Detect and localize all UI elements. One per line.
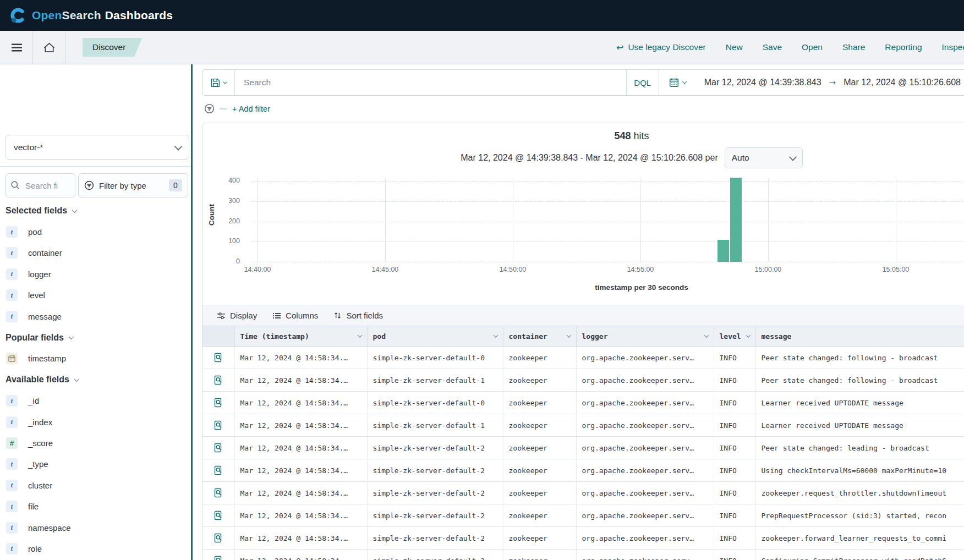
column-header-pod[interactable]: pod	[367, 326, 503, 347]
cell-message: Peer state changed: leading - broadcast	[755, 437, 964, 459]
x-axis-title: timestamp per 30 seconds	[251, 283, 964, 292]
x-tick-label: 14:50:00	[488, 266, 538, 273]
field-item-_score[interactable]: #_score	[0, 432, 193, 453]
open-button[interactable]: Open	[802, 42, 823, 52]
home-button[interactable]	[40, 36, 58, 58]
y-gridline	[251, 262, 964, 262]
sort-chevron-icon[interactable]	[704, 333, 708, 337]
reporting-button[interactable]: Reporting	[885, 42, 922, 52]
date-picker-button[interactable]	[659, 70, 697, 95]
date-field-icon	[6, 353, 18, 364]
cell-container: zookeeper	[503, 527, 576, 550]
field-item-logger[interactable]: tlogger	[0, 263, 193, 284]
search-input[interactable]	[243, 77, 609, 88]
column-header-container[interactable]: container	[503, 326, 576, 347]
sort-fields-button[interactable]: Sort fields	[333, 311, 383, 320]
y-tick-label: 0	[213, 257, 240, 265]
field-item-cluster[interactable]: tcluster	[0, 475, 193, 496]
display-button[interactable]: Display	[217, 311, 257, 320]
field-search-input[interactable]	[24, 180, 70, 191]
field-item-level[interactable]: tlevel	[0, 285, 193, 306]
field-item-container[interactable]: tcontainer	[0, 243, 193, 263]
cell-level: INFO	[714, 392, 755, 414]
sort-chevron-icon[interactable]	[493, 333, 497, 337]
field-item-timestamp[interactable]: timestamp	[0, 348, 193, 369]
histogram-bar[interactable]	[730, 178, 742, 262]
list-icon	[272, 311, 281, 320]
histogram[interactable]: Count timestamp per 30 seconds 010020030…	[202, 171, 964, 303]
cell-level: INFO	[714, 347, 755, 369]
expand-row-button[interactable]	[202, 482, 234, 504]
filter-icon	[204, 103, 215, 114]
expand-row-button[interactable]	[202, 459, 234, 482]
columns-button[interactable]: Columns	[272, 311, 318, 320]
panel-resizer[interactable]	[191, 64, 193, 560]
string-field-icon: t	[6, 247, 18, 259]
y-gridline	[251, 201, 964, 202]
expand-row-button[interactable]	[202, 392, 234, 414]
string-field-icon: t	[6, 311, 18, 322]
field-item-_index[interactable]: t_index	[0, 411, 193, 432]
save-button[interactable]: Save	[763, 42, 782, 52]
saved-query-menu-button[interactable]	[202, 70, 235, 95]
table-row: Mar 12, 2024 @ 14:58:34.…simple-zk-serve…	[202, 504, 964, 527]
cell-time: Mar 12, 2024 @ 14:58:34.…	[234, 392, 367, 414]
table-row: Mar 12, 2024 @ 14:58:34.…simple-zk-serve…	[202, 369, 964, 392]
cell-time: Mar 12, 2024 @ 14:58:34.…	[234, 414, 367, 437]
cell-time: Mar 12, 2024 @ 14:58:34.…	[234, 459, 367, 482]
cell-message: Learner received UPTODATE message	[755, 414, 964, 437]
interval-value: Auto	[732, 153, 749, 163]
sort-chevron-icon[interactable]	[566, 333, 571, 337]
field-item-pod[interactable]: tpod	[0, 221, 193, 242]
field-item-namespace[interactable]: tnamespace	[0, 517, 193, 538]
field-item-role[interactable]: trole	[0, 538, 193, 559]
column-header-time[interactable]: Time (timestamp)	[234, 326, 367, 347]
expand-row-button[interactable]	[202, 414, 234, 437]
query-language-button[interactable]: DQL	[626, 70, 659, 95]
expand-row-button[interactable]	[202, 369, 234, 392]
index-pattern-select[interactable]: vector-*	[6, 135, 189, 160]
expand-row-button[interactable]	[202, 527, 234, 550]
expand-row-button[interactable]	[202, 550, 234, 560]
field-item-_id[interactable]: t_id	[0, 391, 193, 411]
menu-button[interactable]	[8, 36, 25, 58]
field-item-file[interactable]: tfile	[0, 496, 193, 517]
new-button[interactable]: New	[726, 42, 743, 52]
breadcrumb[interactable]: Discover	[83, 38, 142, 57]
inspect-button[interactable]: Inspect	[942, 42, 964, 52]
string-field-icon: t	[6, 543, 18, 554]
cell-pod: simple-zk-server-default-1	[367, 414, 503, 437]
sort-chevron-icon[interactable]	[746, 333, 750, 337]
field-item-message[interactable]: tmessage	[0, 306, 193, 327]
table-row: Mar 12, 2024 @ 14:58:34.…simple-zk-serve…	[202, 482, 964, 504]
column-header-message[interactable]: message	[755, 326, 964, 347]
results-table: Time (timestamp)podcontainerloggerlevelm…	[202, 326, 964, 560]
field-section-header[interactable]: Popular fields	[0, 327, 193, 348]
cell-time: Mar 12, 2024 @ 14:58:34.…	[234, 550, 367, 560]
sort-chevron-icon[interactable]	[357, 333, 362, 337]
x-tick-label: 14:45:00	[360, 266, 410, 273]
x-gridline	[513, 178, 513, 262]
field-section-header[interactable]: Selected fields	[0, 200, 193, 221]
column-header-level[interactable]: level	[714, 326, 755, 347]
field-section-header[interactable]: Available fields	[0, 369, 193, 390]
y-tick-label: 200	[213, 217, 240, 225]
filter-by-type-button[interactable]: Filter by type 0	[78, 173, 188, 197]
chevron-down-icon	[682, 79, 687, 84]
start-date-button[interactable]: Mar 12, 2024 @ 14:39:38.843	[704, 78, 821, 87]
share-button[interactable]: Share	[842, 42, 865, 52]
expand-row-button[interactable]	[202, 437, 234, 459]
cell-logger: org.apache.zookeeper.serv…	[576, 392, 714, 414]
interval-select[interactable]: Auto	[725, 147, 803, 168]
expand-row-button[interactable]	[202, 347, 234, 369]
use-legacy-discover-link[interactable]: ↩ Use legacy Discover	[616, 42, 706, 53]
cell-time: Mar 12, 2024 @ 14:58:34.…	[234, 527, 367, 550]
field-item-_type[interactable]: t_type	[0, 454, 193, 475]
column-header-logger[interactable]: logger	[576, 326, 714, 347]
add-filter-button[interactable]: + Add filter	[232, 105, 270, 113]
cell-logger: org.apache.zookeeper.serv…	[576, 550, 714, 560]
discover-sidebar: vector-* Filter by type 0 Selected field…	[0, 64, 193, 560]
expand-row-button[interactable]	[202, 504, 234, 527]
histogram-bar[interactable]	[717, 240, 729, 262]
end-date-button[interactable]: Mar 12, 2024 @ 15:10:26.608	[844, 78, 961, 87]
